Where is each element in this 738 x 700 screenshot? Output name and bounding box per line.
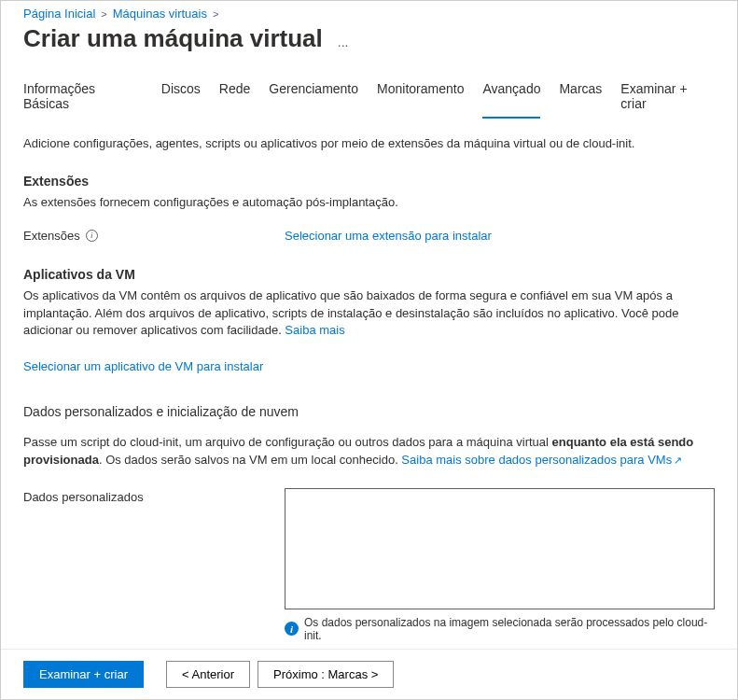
custom-data-note: i Os dados personalizados na imagem sele… — [285, 616, 715, 642]
tab-management[interactable]: Gerenciamento — [269, 81, 358, 119]
custom-data-learn-more-link[interactable]: Saiba mais sobre dados personalizados pa… — [401, 453, 682, 467]
info-icon[interactable]: i — [86, 230, 98, 242]
extensions-field-row: Extensões i Selecionar uma extensão para… — [23, 229, 715, 243]
breadcrumb-vms[interactable]: Máquinas virtuais — [113, 7, 207, 21]
button-bar: Examinar + criar < Anterior Próximo : Ma… — [1, 649, 737, 699]
custom-data-textarea[interactable] — [285, 488, 715, 609]
breadcrumb-home[interactable]: Página Inicial — [23, 7, 95, 21]
intro-text: Adicione configurações, agentes, scripts… — [23, 135, 715, 153]
page-header: Criar uma máquina virtual ··· — [23, 24, 715, 53]
select-vm-app-link[interactable]: Selecionar um aplicativo de VM para inst… — [23, 359, 263, 373]
tab-network[interactable]: Rede — [219, 81, 250, 119]
custom-data-note-text: Os dados personalizados na imagem seleci… — [304, 616, 715, 642]
vm-apps-desc: Os aplicativos da VM contêm os arquivos … — [23, 287, 715, 341]
custom-data-field-label: Dados personalizados — [23, 490, 144, 504]
extensions-desc: As extensões fornecem configurações e au… — [23, 194, 715, 212]
info-blue-icon: i — [285, 622, 299, 636]
chevron-right-icon: > — [213, 8, 218, 20]
extensions-field-label: Extensões — [23, 229, 80, 243]
external-link-icon: ↗ — [674, 455, 682, 466]
extensions-heading: Extensões — [23, 174, 715, 189]
custom-data-desc-p2: . Os dados serão salvos na VM em um loca… — [99, 453, 401, 467]
more-icon[interactable]: ··· — [338, 26, 349, 52]
select-extension-link[interactable]: Selecionar uma extensão para instalar — [285, 229, 492, 243]
tab-review[interactable]: Examinar + criar — [620, 81, 715, 119]
custom-data-desc: Passe um script do cloud-init, um arquiv… — [23, 434, 715, 469]
previous-button[interactable]: < Anterior — [166, 661, 250, 688]
tab-monitoring[interactable]: Monitoramento — [377, 81, 464, 119]
next-button[interactable]: Próximo : Marcas > — [258, 661, 394, 688]
custom-data-field-row: Dados personalizados i Os dados personal… — [23, 488, 715, 642]
extensions-field-label-col: Extensões i — [23, 229, 285, 243]
page-title: Criar uma máquina virtual — [23, 24, 323, 53]
tab-advanced[interactable]: Avançado — [482, 81, 540, 119]
custom-data-field-label-col: Dados personalizados — [23, 488, 285, 504]
breadcrumb: Página Inicial > Máquinas virtuais > — [23, 7, 715, 21]
tab-basics[interactable]: Informações Básicas — [23, 81, 143, 119]
vm-apps-learn-more-link[interactable]: Saiba mais — [285, 323, 344, 337]
vm-apps-heading: Aplicativos da VM — [23, 267, 715, 282]
tab-disks[interactable]: Discos — [161, 81, 201, 119]
chevron-right-icon: > — [101, 8, 106, 20]
vm-apps-desc-text: Os aplicativos da VM contêm os arquivos … — [23, 288, 678, 338]
custom-data-desc-p1: Passe um script do cloud-init, um arquiv… — [23, 435, 552, 449]
tab-tags[interactable]: Marcas — [559, 81, 602, 119]
custom-data-heading: Dados personalizados e inicialização de … — [23, 404, 715, 419]
tab-bar: Informações Básicas Discos Rede Gerencia… — [23, 81, 715, 119]
review-create-button[interactable]: Examinar + criar — [23, 661, 144, 688]
